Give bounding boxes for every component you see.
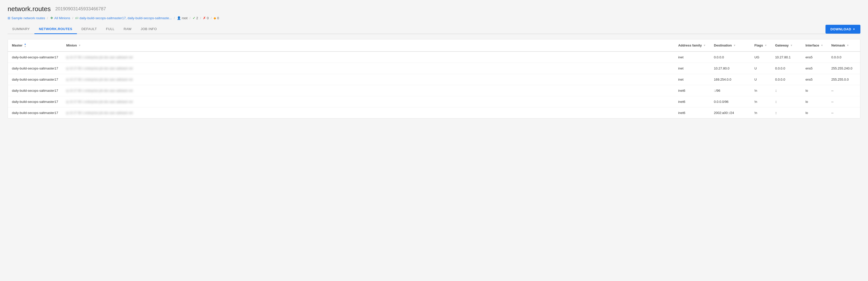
download-label: DOWNLOAD	[831, 27, 851, 31]
cell-gateway: ::	[771, 96, 801, 107]
cell-address_family: inet6	[674, 96, 710, 107]
cell-gateway: 10.27.80.1	[771, 51, 801, 63]
cell-destination: ::/96	[710, 85, 750, 96]
cell-gateway: 0.0.0.0	[771, 63, 801, 74]
cell-gateway: ::	[771, 107, 801, 118]
breadcrumb-other: ◆ 0	[214, 16, 219, 20]
cell-master: daily-build-secops-saltmaster17	[8, 107, 62, 118]
cell-destination: 0.0.0.0/96	[710, 96, 750, 107]
cell-interface: lo	[801, 107, 827, 118]
grid-icon: ⊞	[8, 16, 10, 20]
tab-full[interactable]: FULL	[101, 25, 119, 34]
sort-iface-icon[interactable]: ▼	[821, 44, 823, 47]
tab-summary[interactable]: SUMMARY	[8, 25, 34, 34]
cell-netmask: --	[827, 85, 860, 96]
cell-minion: ip 10 27 96 1 enterprise job dev aws sal…	[62, 51, 674, 63]
breadcrumb: ⊞ Sample network routes / ❖ All Minions …	[8, 16, 860, 20]
col-header-address-family[interactable]: Address family ▼	[674, 39, 710, 51]
cell-flags: !n	[750, 85, 771, 96]
cell-address_family: inet6	[674, 85, 710, 96]
table-row: daily-build-secops-saltmaster17ip 10 27 …	[8, 107, 860, 118]
sort-master-icon[interactable]: ▲ ▼	[24, 43, 26, 48]
cell-destination: 169.254.0.0	[710, 74, 750, 85]
cell-flags: U	[750, 74, 771, 85]
col-header-minion[interactable]: Minion ▼	[62, 39, 674, 51]
breadcrumb-success: ✓ 2	[193, 16, 198, 20]
table-row: daily-build-secops-saltmaster17ip 10 27 …	[8, 96, 860, 107]
cell-destination: 0.0.0.0	[710, 51, 750, 63]
breadcrumb-sep-4: /	[190, 16, 191, 20]
sort-minion-icon[interactable]: ▼	[79, 44, 81, 47]
cell-gateway: 0.0.0.0	[771, 74, 801, 85]
check-icon: ✓	[193, 16, 195, 20]
cell-master: daily-build-secops-saltmaster17	[8, 63, 62, 74]
cell-master: daily-build-secops-saltmaster17	[8, 74, 62, 85]
breadcrumb-sample[interactable]: ⊞ Sample network routes	[8, 16, 45, 20]
cell-destination: 2002:a00::/24	[710, 107, 750, 118]
cell-interface: ens5	[801, 74, 827, 85]
sort-family-icon[interactable]: ▼	[703, 44, 706, 47]
tab-job-info[interactable]: JOB INFO	[136, 25, 161, 34]
cell-gateway: ::	[771, 85, 801, 96]
cell-minion: ip 10 27 96 1 enterprise job dev aws sal…	[62, 107, 674, 118]
breadcrumb-user: 👤 root	[177, 16, 188, 20]
sort-up-icon: ▲	[24, 43, 26, 45]
sort-dest-icon[interactable]: ▼	[733, 44, 736, 47]
download-button[interactable]: DOWNLOAD ▼	[826, 25, 860, 34]
col-header-destination[interactable]: Destination ▼	[710, 39, 750, 51]
table-row: daily-build-secops-saltmaster17ip 10 27 …	[8, 63, 860, 74]
page-title: network.routes	[8, 5, 51, 13]
col-header-flags[interactable]: Flags ▼	[750, 39, 771, 51]
cell-address_family: inet	[674, 63, 710, 74]
sort-gw-icon[interactable]: ▼	[790, 44, 793, 47]
cell-netmask: --	[827, 96, 860, 107]
col-header-master[interactable]: Master ▲ ▼	[8, 39, 62, 51]
cell-interface: lo	[801, 96, 827, 107]
col-header-gateway[interactable]: Gateway ▼	[771, 39, 801, 51]
breadcrumb-sep-6: /	[211, 16, 212, 20]
cell-minion: ip 10 27 96 1 enterprise job dev aws sal…	[62, 63, 674, 74]
cell-netmask: 255.255.240.0	[827, 63, 860, 74]
cell-address_family: inet6	[674, 107, 710, 118]
cell-netmask: 0.0.0.0	[827, 51, 860, 63]
sort-down-icon: ▼	[24, 45, 26, 48]
minions-icon: ❖	[50, 16, 53, 20]
cell-netmask: --	[827, 107, 860, 118]
cell-address_family: inet	[674, 51, 710, 63]
cell-interface: ens5	[801, 63, 827, 74]
cell-destination: 10.27.80.0	[710, 63, 750, 74]
breadcrumb-targets[interactable]: 🏷 daily-build-secops-saltmaster17, daily…	[75, 16, 172, 20]
sort-netmask-icon[interactable]: ▼	[846, 44, 849, 47]
col-header-interface[interactable]: Interface ▼	[801, 39, 827, 51]
user-icon: 👤	[177, 16, 181, 20]
tab-network-routes[interactable]: NETWORK.ROUTES	[34, 25, 77, 34]
cell-netmask: 255.255.0.0	[827, 74, 860, 85]
col-header-netmask[interactable]: Netmask ▼	[827, 39, 860, 51]
tab-default[interactable]: DEFAULT	[77, 25, 101, 34]
cell-master: daily-build-secops-saltmaster17	[8, 96, 62, 107]
breadcrumb-all-minions[interactable]: ❖ All Minions	[50, 16, 70, 20]
cell-flags: UG	[750, 51, 771, 63]
cell-master: daily-build-secops-saltmaster17	[8, 51, 62, 63]
data-table: Master ▲ ▼ Minion ▼	[8, 39, 860, 118]
table-row: daily-build-secops-saltmaster17ip 10 27 …	[8, 85, 860, 96]
tab-bar: SUMMARY NETWORK.ROUTES DEFAULT FULL RAW …	[8, 25, 161, 34]
breadcrumb-sep-2: /	[72, 16, 73, 20]
cross-icon: ✗	[203, 16, 206, 20]
table-header-row: Master ▲ ▼ Minion ▼	[8, 39, 860, 51]
cell-interface: lo	[801, 85, 827, 96]
cell-flags: U	[750, 63, 771, 74]
table-row: daily-build-secops-saltmaster17ip 10 27 …	[8, 51, 860, 63]
table-row: daily-build-secops-saltmaster17ip 10 27 …	[8, 74, 860, 85]
breadcrumb-sep-1: /	[47, 16, 48, 20]
tab-raw[interactable]: RAW	[119, 25, 136, 34]
breadcrumb-sep-3: /	[174, 16, 175, 20]
sort-flags-icon[interactable]: ▼	[765, 44, 767, 47]
cell-flags: !n	[750, 96, 771, 107]
cell-master: daily-build-secops-saltmaster17	[8, 85, 62, 96]
cell-flags: !n	[750, 107, 771, 118]
breadcrumb-sep-5: /	[200, 16, 201, 20]
diamond-icon: ◆	[214, 16, 216, 20]
cell-minion: ip 10 27 96 1 enterprise job dev aws sal…	[62, 96, 674, 107]
cell-address_family: inet	[674, 74, 710, 85]
